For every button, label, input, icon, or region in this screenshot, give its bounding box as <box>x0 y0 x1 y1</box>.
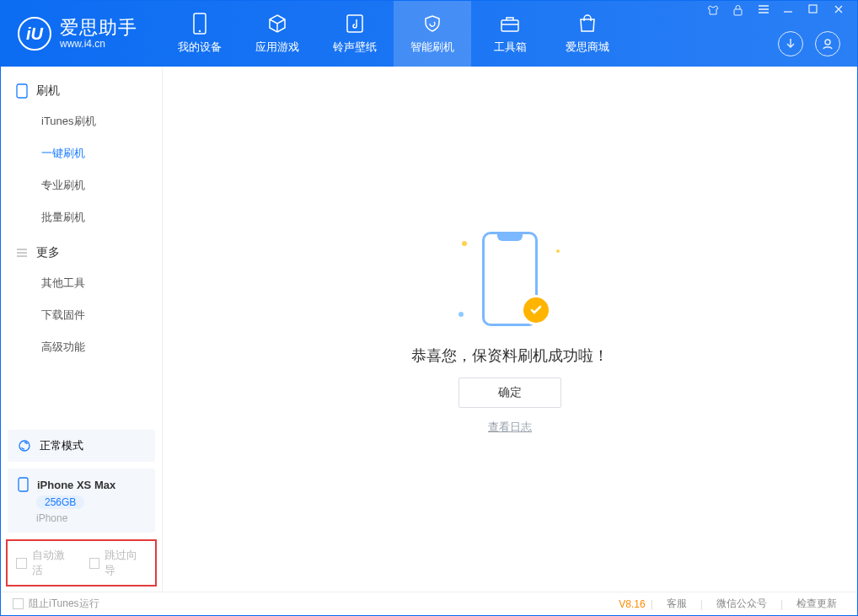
nav-tab-label: 我的设备 <box>178 40 222 55</box>
block-itunes-label[interactable]: 阻止iTunes运行 <box>29 597 99 611</box>
nav-tab-label: 爱思商城 <box>566 40 609 55</box>
sidebar-item-advanced[interactable]: 高级功能 <box>1 331 162 363</box>
nav-tab-ringtones-wallpapers[interactable]: 铃声壁纸 <box>316 1 394 67</box>
success-illustration <box>455 224 565 334</box>
checkmark-badge-icon <box>521 295 551 325</box>
app-subtitle: www.i4.cn <box>60 39 137 50</box>
nav-tab-label: 铃声壁纸 <box>333 40 377 55</box>
checkbox-auto-activate[interactable]: 自动激活 <box>16 548 74 578</box>
user-account-button[interactable] <box>815 31 840 56</box>
checkbox-icon <box>16 558 27 569</box>
nav-tab-smart-flash[interactable]: 智能刷机 <box>394 1 471 67</box>
checkbox-label: 跳过向导 <box>105 548 147 578</box>
app-header: iU 爱思助手 www.i4.cn 我的设备 应用游戏 铃声壁纸 <box>1 1 857 67</box>
support-link[interactable]: 客服 <box>658 597 695 611</box>
nav-tabs: 我的设备 应用游戏 铃声壁纸 智能刷机 工具箱 <box>161 1 626 67</box>
header-actions <box>778 31 840 56</box>
nav-tab-label: 工具箱 <box>494 40 527 55</box>
phone-icon <box>189 13 211 35</box>
view-log-link[interactable]: 查看日志 <box>488 420 532 435</box>
app-title: 爱思助手 <box>60 18 137 38</box>
svg-rect-9 <box>19 478 28 491</box>
nav-tab-apps-games[interactable]: 应用游戏 <box>239 1 316 67</box>
checkbox-label: 自动激活 <box>32 548 74 578</box>
sidebar-group-more: 更多 <box>1 233 162 267</box>
confirm-button[interactable]: 确定 <box>458 378 561 408</box>
refresh-icon <box>18 439 31 453</box>
music-note-icon <box>344 13 366 35</box>
mode-label: 正常模式 <box>40 438 83 453</box>
sidebar-item-batch-flash[interactable]: 批量刷机 <box>1 201 162 233</box>
svg-rect-3 <box>501 20 518 31</box>
sidebar-group-title: 刷机 <box>36 83 60 99</box>
nav-tab-store[interactable]: 爱思商城 <box>549 1 626 67</box>
list-icon <box>16 248 28 258</box>
status-bar: 阻止iTunes运行 V8.16 | 客服 | 微信公众号 | 检查更新 <box>1 592 857 615</box>
svg-rect-2 <box>347 15 362 32</box>
toolbox-icon <box>499 13 521 35</box>
device-name: iPhone XS Max <box>37 479 115 491</box>
shirt-icon[interactable] <box>707 4 722 16</box>
close-button[interactable] <box>834 4 849 16</box>
svg-point-1 <box>199 30 201 32</box>
device-card[interactable]: iPhone XS Max 256GB iPhone <box>8 469 155 533</box>
shopping-bag-icon <box>576 13 598 35</box>
phone-small-icon <box>18 477 29 492</box>
svg-point-6 <box>825 40 830 45</box>
svg-rect-5 <box>809 5 817 13</box>
device-type: iPhone <box>36 512 67 524</box>
nav-tab-label: 应用游戏 <box>255 40 299 55</box>
check-update-link[interactable]: 检查更新 <box>788 597 845 611</box>
app-logo-icon: iU <box>18 17 51 51</box>
svg-rect-7 <box>17 84 27 98</box>
menu-icon[interactable] <box>758 4 773 16</box>
mode-card[interactable]: 正常模式 <box>8 430 155 462</box>
sidebar-item-download-firmware[interactable]: 下载固件 <box>1 299 162 331</box>
lock-icon[interactable] <box>732 4 748 16</box>
checkbox-icon[interactable] <box>13 598 24 609</box>
download-button[interactable] <box>778 31 803 56</box>
checkbox-skip-guide[interactable]: 跳过向导 <box>89 548 147 578</box>
wechat-link[interactable]: 微信公众号 <box>708 597 775 611</box>
sidebar-group-title: 更多 <box>36 245 60 260</box>
nav-tab-toolbox[interactable]: 工具箱 <box>471 1 549 67</box>
sidebar-group-flash: 刷机 <box>1 72 162 105</box>
sidebar: 刷机 iTunes刷机 一键刷机 专业刷机 批量刷机 更多 其他工具 下载固件 … <box>1 67 163 592</box>
checkbox-icon <box>89 558 100 569</box>
main-content: 恭喜您，保资料刷机成功啦！ 确定 查看日志 <box>163 67 857 592</box>
maximize-button[interactable] <box>808 4 823 16</box>
window-controls <box>707 4 849 16</box>
minimize-button[interactable] <box>783 4 798 16</box>
nav-tab-label: 智能刷机 <box>410 40 454 55</box>
options-highlighted-row: 自动激活 跳过向导 <box>6 539 157 587</box>
sidebar-item-pro-flash[interactable]: 专业刷机 <box>1 169 162 201</box>
sidebar-item-itunes-flash[interactable]: iTunes刷机 <box>1 105 162 137</box>
shield-refresh-icon <box>421 13 443 35</box>
svg-rect-4 <box>734 9 742 15</box>
version-label: V8.16 <box>619 598 645 610</box>
logo-area: iU 爱思助手 www.i4.cn <box>1 1 161 67</box>
cube-icon <box>266 13 288 35</box>
device-icon <box>16 83 28 99</box>
sidebar-item-other-tools[interactable]: 其他工具 <box>1 267 162 299</box>
sidebar-item-oneclick-flash[interactable]: 一键刷机 <box>1 137 162 169</box>
success-message: 恭喜您，保资料刷机成功啦！ <box>411 345 609 366</box>
nav-tab-my-device[interactable]: 我的设备 <box>161 1 239 67</box>
storage-badge: 256GB <box>36 495 84 509</box>
